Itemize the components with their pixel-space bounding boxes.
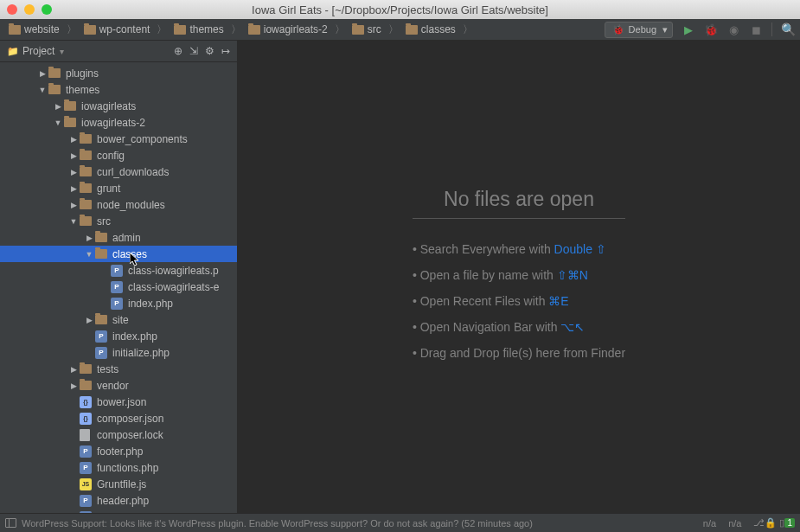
tree-node[interactable]: initialize.php — [0, 344, 237, 361]
tree-node-label: themes — [66, 84, 99, 96]
tree-node[interactable]: index.php — [0, 328, 237, 344]
chevron-right-icon[interactable]: ▶ — [69, 168, 78, 176]
folder-icon — [174, 25, 186, 35]
chevron-down-icon[interactable]: ▼ — [85, 250, 93, 259]
tree-node[interactable]: ▼src — [0, 213, 237, 229]
divider — [771, 22, 772, 36]
tree-node[interactable]: class-iowagirleats.p — [0, 262, 237, 279]
tree-node[interactable]: ▶config — [0, 147, 237, 163]
tree-node-label: functions.php — [97, 462, 158, 474]
breadcrumb-wp-content[interactable]: wp-content〉 — [80, 22, 171, 37]
project-icon: 📁 — [7, 46, 19, 57]
settings-icon[interactable]: ⚙ — [205, 45, 214, 57]
chevron-down-icon[interactable]: ▼ — [69, 217, 78, 226]
project-tree[interactable]: ▶plugins▼themes▶iowagirleats▼iowagirleat… — [0, 62, 237, 513]
tree-node[interactable]: composer.lock — [0, 426, 237, 443]
folder-icon — [64, 118, 78, 127]
status-right: n/a n/a ⎇ 🔒 ▯1 — [703, 517, 795, 529]
status-encoding[interactable]: n/a — [703, 518, 716, 529]
tree-node-label: config — [97, 150, 125, 162]
git-branch-indicator[interactable]: ⎇ 🔒 — [753, 517, 767, 529]
chevron-right-icon[interactable]: ▶ — [69, 151, 78, 160]
chevron-right-icon[interactable]: ▶ — [69, 365, 78, 374]
tree-node-label: class-iowagirleats.p — [128, 265, 219, 277]
tree-node[interactable]: ▶tests — [0, 361, 237, 377]
folder-icon — [84, 25, 96, 35]
chevron-right-icon[interactable]: ▶ — [85, 234, 93, 242]
chevron-right-icon[interactable]: ▶ — [85, 316, 93, 324]
tree-node[interactable]: class-iowagirleats-e — [0, 279, 237, 295]
notifications-indicator[interactable]: ▯1 — [779, 517, 795, 529]
debug-button[interactable]: 🐞 — [704, 22, 718, 36]
tree-node[interactable]: ▶site — [0, 311, 237, 328]
maximize-window-button[interactable] — [42, 4, 52, 15]
chevron-right-icon[interactable]: ▶ — [69, 381, 78, 390]
tree-node[interactable]: ▶node_modules — [0, 196, 237, 213]
tree-node[interactable]: composer.json — [0, 410, 237, 426]
chevron-right-icon[interactable]: ▶ — [69, 184, 78, 193]
status-message[interactable]: WordPress Support: Looks like it's WordP… — [22, 518, 533, 529]
tree-node[interactable]: ▶plugins — [0, 65, 237, 81]
chevron-right-icon[interactable]: ▶ — [38, 69, 47, 78]
tree-node[interactable]: footer.php — [0, 443, 237, 459]
tree-node-label: class-iowagirleats-e — [128, 281, 219, 293]
status-line-ending[interactable]: n/a — [728, 518, 741, 529]
tree-node-label: vendor — [97, 380, 129, 392]
chevron-right-icon[interactable]: ▶ — [69, 135, 78, 144]
hide-button[interactable]: ↦ — [221, 45, 230, 57]
tree-node-label: plugins — [66, 67, 99, 80]
search-button[interactable]: 🔍 — [781, 22, 795, 36]
coverage-button[interactable]: ◉ — [726, 22, 740, 36]
chevron-down-icon[interactable]: ▼ — [38, 86, 47, 94]
breadcrumb-label: website — [24, 23, 60, 35]
tree-node[interactable]: ▼themes — [0, 81, 237, 98]
tree-node[interactable]: ▶bower_components — [0, 131, 237, 147]
close-window-button[interactable] — [7, 4, 17, 15]
tree-node-label: iowagirleats — [81, 100, 136, 112]
chevron-right-icon[interactable]: ▶ — [54, 102, 62, 111]
empty-tips-list: Search Everywhere with Double ⇧Open a fi… — [413, 236, 625, 366]
tip-text: Open a file by name with — [420, 268, 557, 282]
tree-node[interactable]: ▶grunt — [0, 180, 237, 196]
main-area: 📁 Project ▾ ⊕ ⇲ ⚙ ↦ ▶plugins▼themes▶iowa… — [0, 41, 800, 513]
folder-icon — [48, 68, 62, 78]
breadcrumb-classes[interactable]: classes〉 — [402, 22, 477, 37]
editor-area[interactable]: No files are open Search Everywhere with… — [238, 41, 800, 513]
breadcrumb-website[interactable]: website〉 — [5, 22, 80, 37]
tree-node-label: index.php — [128, 298, 173, 310]
folder-icon — [352, 25, 364, 35]
scroll-from-source-button[interactable]: ⊕ — [174, 45, 182, 57]
tree-node[interactable]: ▼iowagirleats-2 — [0, 114, 237, 131]
breadcrumb-label: iowagirleats-2 — [264, 23, 328, 35]
stop-button[interactable]: ◼ — [749, 22, 763, 36]
tree-node[interactable]: ▼classes — [0, 246, 237, 262]
tree-node[interactable]: header.php — [0, 492, 237, 509]
tree-node-label: iowagirleats-2 — [81, 117, 145, 129]
tree-node-label: node_modules — [97, 199, 165, 211]
collapse-all-button[interactable]: ⇲ — [189, 45, 198, 57]
tree-node[interactable]: Gruntfile.js — [0, 476, 237, 492]
breadcrumb-themes[interactable]: themes〉 — [170, 22, 244, 37]
tree-node[interactable]: functions.php — [0, 459, 237, 476]
toolbar-right: 🐞 Debug ▶ 🐞 ◉ ◼ 🔍 — [605, 22, 795, 38]
run-button[interactable]: ▶ — [682, 22, 695, 36]
minimize-window-button[interactable] — [24, 4, 35, 15]
tree-node[interactable]: ▶admin — [0, 229, 237, 246]
tree-node[interactable]: ▶curl_downloads — [0, 163, 237, 180]
breadcrumb-iowagirleats-2[interactable]: iowagirleats-2〉 — [245, 22, 349, 37]
tool-windows-button[interactable] — [5, 518, 16, 528]
folder-icon — [9, 25, 21, 35]
chevron-right-icon[interactable]: ▶ — [69, 201, 78, 209]
run-config-selector[interactable]: 🐞 Debug — [605, 22, 673, 38]
tree-node-label: composer.json — [97, 413, 163, 425]
tree-node[interactable]: ▶iowagirleats — [0, 98, 237, 114]
tree-node[interactable]: ▶vendor — [0, 377, 237, 394]
chevron-down-icon[interactable]: ▼ — [54, 119, 62, 127]
dropdown-icon[interactable]: ▾ — [60, 47, 64, 56]
tree-node[interactable]: bower.json — [0, 394, 237, 410]
php-icon — [111, 298, 125, 310]
empty-tip: Drag and Drop file(s) here from Finder — [413, 340, 625, 366]
js-icon — [80, 478, 93, 490]
breadcrumb-src[interactable]: src〉 — [349, 22, 402, 37]
tree-node[interactable]: index.php — [0, 295, 237, 311]
